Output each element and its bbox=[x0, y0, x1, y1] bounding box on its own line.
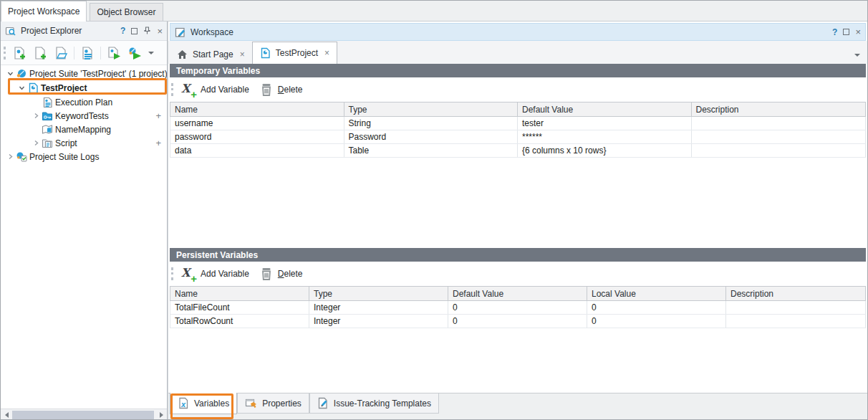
project-explorer-toolbar bbox=[1, 41, 167, 65]
close-icon[interactable]: × bbox=[157, 27, 163, 36]
cell-type[interactable]: Table bbox=[344, 144, 519, 157]
cell-description[interactable] bbox=[726, 301, 865, 314]
tab-label: Project Workspace bbox=[8, 6, 79, 16]
cell-default-value[interactable]: ****** bbox=[518, 130, 692, 143]
tree-item-label: Execution Plan bbox=[55, 97, 112, 108]
tab-start-page[interactable]: Start Page × bbox=[170, 44, 252, 64]
tab-project-workspace[interactable]: Project Workspace bbox=[1, 1, 87, 22]
new-project-button[interactable] bbox=[32, 44, 49, 62]
tree-item-script[interactable]: Script + bbox=[1, 136, 167, 150]
table-header-row: Name Type Default Value Description bbox=[170, 102, 866, 117]
run-project-suite-button[interactable] bbox=[126, 44, 143, 62]
pin-icon[interactable] bbox=[143, 27, 151, 35]
cell-description[interactable] bbox=[726, 315, 865, 328]
cell-default-value[interactable]: 0 bbox=[448, 301, 587, 314]
tree-item-project-suite-logs[interactable]: Project Suite Logs bbox=[1, 150, 167, 163]
help-icon[interactable]: ? bbox=[120, 27, 125, 35]
new-project-suite-button[interactable] bbox=[11, 44, 28, 62]
horizontal-scrollbar[interactable] bbox=[1, 409, 167, 420]
table-row[interactable]: TotalRowCount Integer 0 0 bbox=[170, 315, 866, 328]
run-options-caret-icon[interactable] bbox=[148, 52, 154, 54]
cell-type[interactable]: Integer bbox=[309, 315, 448, 328]
tree-item-testproject[interactable]: TestProject bbox=[1, 80, 167, 95]
add-variable-icon[interactable]: X+ bbox=[179, 82, 196, 97]
delete-icon[interactable] bbox=[259, 82, 274, 97]
tab-object-browser[interactable]: Object Browser bbox=[90, 3, 163, 21]
table-row[interactable]: username String tester bbox=[170, 117, 866, 130]
project-explorer-header: Project Explorer ? × bbox=[1, 22, 167, 41]
column-header-default-value[interactable]: Default Value bbox=[518, 102, 692, 116]
column-header-local-value[interactable]: Local Value bbox=[587, 287, 726, 300]
cell-default-value[interactable]: 0 bbox=[448, 315, 587, 328]
scroll-left-arrow[interactable] bbox=[1, 412, 12, 418]
cell-name[interactable]: username bbox=[170, 117, 344, 130]
close-icon[interactable]: × bbox=[855, 27, 861, 37]
chevron-right-icon[interactable] bbox=[5, 153, 15, 160]
cell-name[interactable]: TotalFileCount bbox=[170, 301, 309, 314]
chevron-down-icon[interactable] bbox=[16, 85, 26, 91]
toolbar-grip[interactable] bbox=[4, 47, 6, 59]
tree-item-namemapping[interactable]: NameMapping bbox=[1, 123, 167, 136]
project-suite-icon bbox=[15, 68, 28, 80]
column-header-type[interactable]: Type bbox=[344, 102, 519, 116]
help-icon[interactable]: ? bbox=[832, 28, 837, 37]
cell-type[interactable]: Password bbox=[344, 130, 519, 143]
column-header-default-value[interactable]: Default Value bbox=[448, 287, 587, 300]
scroll-right-arrow[interactable] bbox=[155, 412, 167, 418]
project-explorer-icon bbox=[5, 26, 16, 37]
cell-default-value[interactable]: tester bbox=[518, 117, 692, 130]
cell-name[interactable]: data bbox=[170, 144, 344, 157]
run-project-button[interactable] bbox=[105, 44, 122, 62]
chevron-down-icon[interactable] bbox=[5, 70, 15, 77]
add-variable-icon[interactable]: X+ bbox=[179, 266, 196, 282]
column-header-type[interactable]: Type bbox=[309, 287, 448, 300]
delete-button[interactable]: Delete bbox=[278, 269, 303, 279]
cell-name[interactable]: password bbox=[170, 130, 344, 143]
open-project-button[interactable] bbox=[52, 44, 69, 62]
tab-issue-tracking-templates[interactable]: Issue-Tracking Templates bbox=[309, 393, 439, 414]
delete-icon[interactable] bbox=[259, 267, 274, 281]
cell-local-value[interactable]: 0 bbox=[587, 315, 726, 328]
cell-type[interactable]: Integer bbox=[309, 301, 448, 314]
maximize-icon[interactable] bbox=[131, 28, 138, 34]
table-row[interactable]: data Table {6 columns x 10 rows} bbox=[170, 144, 866, 158]
tree-item-execution-plan[interactable]: Execution Plan bbox=[1, 95, 167, 109]
column-header-description[interactable]: Description bbox=[692, 102, 866, 116]
tree-item-keywordtests[interactable]: KeywordTests + bbox=[1, 109, 167, 123]
cell-description[interactable] bbox=[692, 144, 866, 157]
home-icon bbox=[177, 49, 188, 59]
add-variable-button[interactable]: Add Variable bbox=[201, 269, 249, 279]
cell-description[interactable] bbox=[692, 117, 866, 130]
section-title: Persistent Variables bbox=[176, 250, 258, 260]
chevron-right-icon[interactable] bbox=[31, 113, 41, 119]
cell-type[interactable]: String bbox=[344, 117, 519, 130]
organize-tests-button[interactable] bbox=[79, 44, 96, 62]
table-row[interactable]: password Password ****** bbox=[170, 130, 866, 144]
cell-description[interactable] bbox=[692, 130, 866, 143]
scrollbar-thumb[interactable] bbox=[12, 411, 154, 420]
tab-list-caret-icon[interactable] bbox=[854, 54, 860, 57]
toolbar-grip[interactable] bbox=[171, 267, 173, 280]
toolbar-grip[interactable] bbox=[171, 83, 173, 96]
close-tab-icon[interactable]: × bbox=[324, 48, 329, 58]
cell-name[interactable]: TotalRowCount bbox=[170, 315, 309, 328]
tree-item-project-suite[interactable]: Project Suite 'TestProject' (1 project) bbox=[1, 67, 167, 80]
table-empty-area bbox=[168, 158, 867, 248]
chevron-right-icon[interactable] bbox=[31, 140, 41, 146]
tab-properties[interactable]: Properties bbox=[237, 393, 309, 414]
column-header-name[interactable]: Name bbox=[170, 102, 344, 116]
maximize-icon[interactable] bbox=[843, 29, 849, 35]
add-item-plus-button[interactable]: + bbox=[155, 138, 161, 148]
column-header-name[interactable]: Name bbox=[170, 287, 309, 300]
cell-local-value[interactable]: 0 bbox=[587, 301, 726, 314]
column-header-description[interactable]: Description bbox=[726, 287, 865, 300]
add-item-plus-button[interactable]: + bbox=[155, 110, 161, 121]
table-row[interactable]: TotalFileCount Integer 0 0 bbox=[170, 301, 866, 315]
workspace-header: Workspace ? × bbox=[170, 23, 866, 41]
delete-button[interactable]: Delete bbox=[278, 85, 303, 95]
tab-variables[interactable]: x Variables bbox=[170, 393, 237, 414]
cell-default-value[interactable]: {6 columns x 10 rows} bbox=[518, 144, 692, 157]
tab-testproject[interactable]: TestProject × bbox=[252, 42, 337, 64]
add-variable-button[interactable]: Add Variable bbox=[201, 85, 249, 95]
close-tab-icon[interactable]: × bbox=[240, 49, 245, 59]
